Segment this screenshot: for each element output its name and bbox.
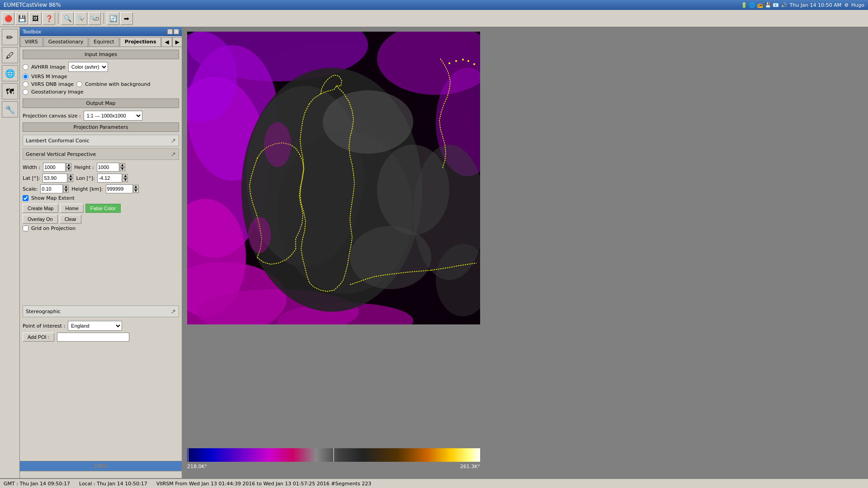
height-km-input[interactable]: 999999 bbox=[106, 184, 133, 193]
side-icon-pencil[interactable]: ✏ bbox=[2, 29, 18, 45]
tab-scroll-arrow[interactable]: ◀ bbox=[161, 37, 172, 47]
lon-up[interactable]: ▲ bbox=[123, 174, 128, 178]
toolbar-sep1 bbox=[58, 13, 58, 24]
help-button[interactable]: ❓ bbox=[42, 12, 55, 25]
image-button[interactable]: 🖼 bbox=[29, 12, 42, 25]
scale-input[interactable]: 0.10 bbox=[40, 184, 63, 193]
home-button[interactable]: Home bbox=[60, 204, 83, 213]
height-km-up[interactable]: ▲ bbox=[133, 185, 139, 189]
colorbar-left-label: 218.0K° bbox=[187, 464, 207, 469]
width-up[interactable]: ▲ bbox=[66, 163, 71, 167]
svg-point-19 bbox=[448, 62, 450, 64]
svg-point-24 bbox=[264, 122, 291, 167]
poi-label: Point of interest : bbox=[23, 323, 65, 329]
avhrr-color-select[interactable]: Color (avhrr) bbox=[68, 62, 108, 72]
grid-proj-row: Grid on Projection bbox=[23, 225, 179, 231]
satellite-map[interactable] bbox=[187, 32, 480, 324]
grid-proj-label: Grid on Projection bbox=[31, 225, 75, 231]
geostationary-radio[interactable] bbox=[23, 89, 28, 95]
left-panel: Toolbox _ × VIIRS Geostationary Equirect bbox=[20, 27, 183, 478]
stereographic-item: Stereographic ↗ bbox=[23, 305, 179, 317]
geostationary-label: Geostationary Image bbox=[31, 89, 84, 95]
width-down[interactable]: ▼ bbox=[66, 167, 71, 171]
lambert-label: Lambert Conformal Conic bbox=[26, 138, 89, 144]
lon-input[interactable]: -4.12 bbox=[97, 174, 122, 183]
refresh-button[interactable]: 🔄 bbox=[107, 12, 119, 25]
height-km-spinner: 999999 ▲ ▼ bbox=[106, 184, 139, 193]
settings-icon[interactable]: ⚙ bbox=[844, 2, 849, 8]
grid-proj-checkbox[interactable] bbox=[23, 225, 28, 231]
lat-input[interactable]: 53.90 bbox=[42, 174, 67, 183]
stereographic-label: Stereographic bbox=[26, 309, 61, 314]
add-poi-button[interactable]: Add POI : bbox=[23, 333, 54, 342]
stereo-arrow[interactable]: ↗ bbox=[170, 308, 176, 315]
height-km-down[interactable]: ▼ bbox=[133, 189, 139, 193]
forward-button[interactable]: ➡ bbox=[120, 12, 133, 25]
lambert-item: Lambert Conformal Conic ↗ bbox=[23, 135, 179, 146]
exit-button[interactable]: 🔴 bbox=[2, 12, 14, 25]
local-time: Local : Thu Jan 14 10:50:17 bbox=[79, 481, 147, 487]
tab-viirs[interactable]: VIIRS bbox=[20, 37, 43, 47]
tab-equirect[interactable]: Equirect bbox=[89, 37, 119, 47]
general-vert-item: General Vertical Perspective ↗ bbox=[23, 148, 179, 160]
show-extent-checkbox[interactable] bbox=[23, 195, 28, 201]
viirs-m-radio[interactable] bbox=[23, 74, 28, 80]
false-color-button[interactable]: False Color bbox=[85, 204, 121, 213]
save-button[interactable]: 💾 bbox=[15, 12, 28, 25]
combine-radio[interactable] bbox=[76, 81, 82, 87]
width-input[interactable]: 1000 bbox=[43, 163, 66, 172]
scale-down[interactable]: ▼ bbox=[63, 189, 69, 193]
viirs-dnb-radio[interactable] bbox=[23, 81, 28, 87]
lon-spinner: -4.12 ▲ ▼ bbox=[97, 174, 128, 183]
username: Hugo bbox=[851, 2, 864, 8]
side-icon-bar: ✏ 🖊 🌐 🗺 🔧 bbox=[0, 27, 20, 478]
lat-spinner: 53.90 ▲ ▼ bbox=[42, 174, 73, 183]
toolbox-titlebar: Toolbox _ × bbox=[20, 27, 182, 36]
map-container bbox=[183, 27, 868, 446]
create-map-button[interactable]: Create Map bbox=[23, 204, 58, 213]
proj-params-header: Projection Parameters bbox=[23, 122, 179, 132]
lat-lon-row: Lat [°]: 53.90 ▲ ▼ Lon [°]: -4.12 ▲ ▼ bbox=[23, 174, 179, 183]
satellite-info: VIIRSM From Wed Jan 13 01:44:39 2016 to … bbox=[156, 481, 372, 487]
colorbar-right-label: 261.3K° bbox=[460, 464, 480, 469]
avhrr-row: AVHRR Image Color (avhrr) bbox=[23, 62, 179, 72]
tab-projections[interactable]: Projections bbox=[120, 37, 161, 47]
poi-input[interactable] bbox=[57, 333, 129, 342]
width-arrows: ▲ ▼ bbox=[66, 163, 71, 171]
width-spinner: 1000 ▲ ▼ bbox=[43, 163, 71, 172]
general-vert-arrow[interactable]: ↗ bbox=[170, 150, 176, 158]
zoom-fit-button[interactable]: 🔍◻ bbox=[88, 12, 101, 25]
lat-arrows: ▲ ▼ bbox=[68, 174, 73, 182]
toolbox-close-btn[interactable]: × bbox=[174, 29, 179, 34]
zoom-out-button[interactable]: 🔍- bbox=[75, 12, 87, 25]
poi-select[interactable]: England bbox=[68, 321, 122, 331]
toolbox-minimize-btn[interactable]: _ bbox=[167, 29, 173, 34]
clear-button[interactable]: Clear bbox=[60, 215, 81, 224]
horizontal-scrollbar[interactable] bbox=[20, 471, 182, 478]
tab-geostationary[interactable]: Geostationary bbox=[43, 37, 89, 47]
tab-scroll-arrow2[interactable]: ▶ bbox=[172, 37, 183, 47]
side-icon-tools[interactable]: 🔧 bbox=[2, 101, 18, 117]
lon-down[interactable]: ▼ bbox=[123, 178, 128, 182]
height-input[interactable]: 1000 bbox=[97, 163, 119, 172]
scale-up[interactable]: ▲ bbox=[63, 185, 69, 189]
width-label: Width : bbox=[23, 164, 40, 170]
toolbox: Toolbox _ × VIIRS Geostationary Equirect bbox=[20, 27, 182, 478]
height-up[interactable]: ▲ bbox=[120, 163, 125, 167]
map-area: 218.0K° 261.3K° bbox=[183, 27, 868, 478]
avhrr-radio[interactable] bbox=[23, 64, 28, 70]
toolbox-title: Toolbox bbox=[23, 29, 41, 35]
height-down[interactable]: ▼ bbox=[120, 167, 125, 171]
lambert-arrow[interactable]: ↗ bbox=[170, 137, 176, 144]
side-icon-pen[interactable]: 🖊 bbox=[2, 47, 18, 63]
action-buttons-row: Create Map Home False Color bbox=[23, 204, 179, 213]
side-icon-map[interactable]: 🗺 bbox=[2, 83, 18, 99]
side-icon-globe[interactable]: 🌐 bbox=[2, 65, 18, 81]
lat-up[interactable]: ▲ bbox=[68, 174, 73, 178]
spacer bbox=[23, 233, 179, 305]
canvas-size-select[interactable]: 1:1 --- 1000x1000 bbox=[84, 111, 142, 121]
zoom-in-button[interactable]: 🔍 bbox=[61, 12, 74, 25]
overlay-on-button[interactable]: Overlay On bbox=[23, 215, 58, 224]
lat-down[interactable]: ▼ bbox=[68, 178, 73, 182]
width-height-row: Width : 1000 ▲ ▼ Height : 1000 ▲ ▼ bbox=[23, 163, 179, 172]
